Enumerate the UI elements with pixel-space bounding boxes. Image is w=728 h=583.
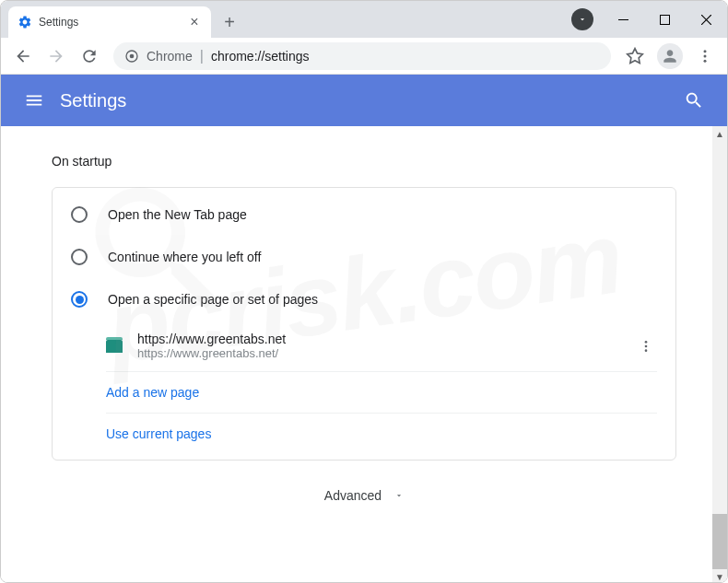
new-tab-button[interactable]: + xyxy=(217,9,242,35)
svg-point-5 xyxy=(704,54,707,57)
bookmark-star-icon[interactable] xyxy=(620,41,650,71)
radio-label: Continue where you left off xyxy=(108,250,261,264)
svg-rect-0 xyxy=(618,19,628,20)
chevron-down-icon xyxy=(394,491,404,500)
page-more-icon[interactable] xyxy=(635,335,657,357)
content-area: On startup Open the New Tab page Continu… xyxy=(1,126,727,583)
page-info: https://www.greentabs.net https://www.gr… xyxy=(137,332,620,360)
tab-bar: Settings × + xyxy=(1,1,727,38)
startup-option-specific[interactable]: Open a specific page or set of pages xyxy=(53,278,675,321)
svg-point-7 xyxy=(645,341,648,344)
close-tab-icon[interactable]: × xyxy=(187,15,202,29)
menu-hamburger-icon[interactable] xyxy=(16,82,53,119)
close-window-button[interactable] xyxy=(686,6,727,33)
svg-point-4 xyxy=(704,50,707,52)
browser-toolbar: Chrome | chrome://settings xyxy=(1,38,727,75)
radio-label: Open a specific page or set of pages xyxy=(108,292,318,307)
maximize-button[interactable] xyxy=(644,6,686,33)
radio-icon xyxy=(71,249,88,265)
startup-option-newtab[interactable]: Open the New Tab page xyxy=(53,193,675,236)
startup-page-entry: https://www.greentabs.net https://www.gr… xyxy=(106,321,657,372)
settings-header: Settings xyxy=(1,75,727,126)
radio-icon xyxy=(71,291,88,308)
profile-indicator-icon[interactable] xyxy=(571,8,593,30)
svg-point-3 xyxy=(130,53,135,58)
svg-point-8 xyxy=(645,344,648,347)
back-button[interactable] xyxy=(8,41,38,71)
add-page-link[interactable]: Add a new page xyxy=(106,372,657,414)
address-bar[interactable]: Chrome | chrome://settings xyxy=(113,42,611,70)
window-controls xyxy=(571,1,727,38)
omnibox-prefix: Chrome xyxy=(147,49,193,64)
radio-icon xyxy=(71,206,88,223)
search-icon[interactable] xyxy=(675,82,712,119)
advanced-label: Advanced xyxy=(324,488,382,503)
svg-rect-1 xyxy=(661,15,670,24)
forward-button[interactable] xyxy=(41,41,71,71)
vertical-scrollbar[interactable]: ▲ ▼ xyxy=(712,126,727,583)
page-title: Settings xyxy=(60,90,675,111)
browser-tab[interactable]: Settings × xyxy=(8,6,211,38)
scroll-down-icon[interactable]: ▼ xyxy=(712,569,727,583)
omnibox-url: chrome://settings xyxy=(211,49,310,64)
reload-button[interactable] xyxy=(75,41,104,71)
scrollbar-thumb[interactable] xyxy=(712,514,727,569)
chrome-menu-icon[interactable] xyxy=(690,41,720,71)
scroll-up-icon[interactable]: ▲ xyxy=(712,126,727,141)
profile-avatar-icon[interactable] xyxy=(657,43,683,69)
tab-title: Settings xyxy=(39,16,181,29)
use-current-pages-link[interactable]: Use current pages xyxy=(106,414,657,454)
svg-point-6 xyxy=(704,59,707,62)
page-url: https://www.greentabs.net/ xyxy=(137,346,620,360)
radio-label: Open the New Tab page xyxy=(108,207,247,222)
omnibox-separator: | xyxy=(200,48,204,64)
site-favicon-icon xyxy=(106,340,123,353)
chrome-icon xyxy=(124,49,139,64)
page-name: https://www.greentabs.net xyxy=(137,332,620,346)
advanced-toggle[interactable]: Advanced xyxy=(52,461,676,521)
section-title: On startup xyxy=(52,154,676,169)
startup-card: Open the New Tab page Continue where you… xyxy=(52,187,676,461)
minimize-button[interactable] xyxy=(603,6,644,33)
svg-point-9 xyxy=(645,349,648,352)
startup-pages-list: https://www.greentabs.net https://www.gr… xyxy=(106,321,657,454)
startup-option-continue[interactable]: Continue where you left off xyxy=(53,236,675,278)
settings-gear-icon xyxy=(18,15,32,29)
